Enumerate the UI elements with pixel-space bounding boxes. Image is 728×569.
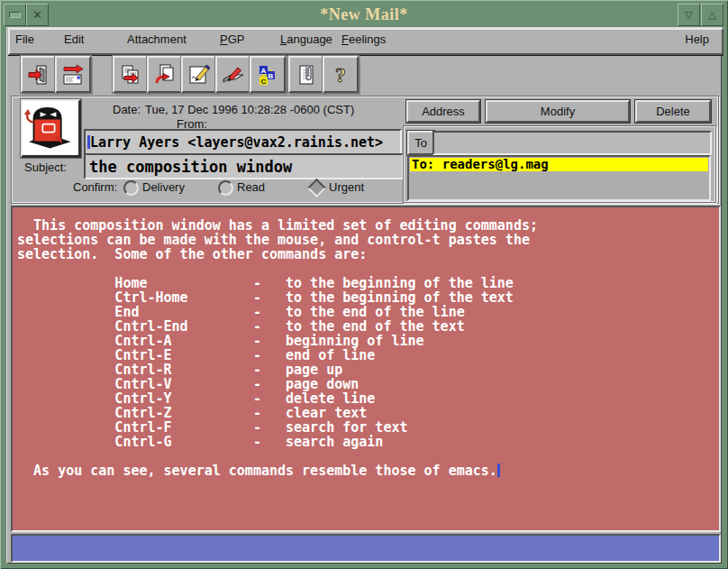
erase-text-button[interactable] [215, 56, 251, 93]
erase-pad-icon [222, 63, 245, 87]
svg-text:C: C [261, 77, 267, 85]
send-envelope-icon: * [61, 63, 85, 87]
exit-button[interactable] [21, 56, 57, 93]
help-button[interactable]: ? [323, 56, 359, 93]
confirm-delivery-radio[interactable] [123, 180, 139, 196]
svg-text:*: * [77, 74, 81, 85]
shade-button[interactable]: ▽ [678, 4, 700, 26]
mailbox-icon [23, 101, 74, 151]
menubar: File Edit Attachment PGP Language Feelin… [8, 28, 723, 55]
svg-text:?: ? [335, 63, 346, 87]
help-question-icon: ? [329, 63, 352, 87]
confirm-label: Confirm: [73, 180, 117, 194]
spell-check-button[interactable]: A B C [250, 56, 286, 93]
maximize-button[interactable]: △ [701, 4, 723, 26]
delete-button[interactable]: Delete [635, 100, 711, 123]
insert-file-button[interactable] [147, 56, 183, 93]
exit-door-icon [27, 63, 50, 87]
menu-edit[interactable]: Edit [64, 30, 84, 50]
date-label: Date: [113, 103, 141, 116]
copy-text-button[interactable] [113, 56, 149, 93]
new-mail-window: ✕ *New Mail* ▽ △ File Edit Attachment PG… [0, 0, 728, 569]
xfmail-mailbox-logo [21, 99, 81, 158]
recipients-frame: To To: readers@lg.mag [403, 125, 716, 203]
to-input[interactable] [432, 131, 712, 155]
confirm-read-radio[interactable] [218, 180, 233, 196]
menu-feelings[interactable]: Feelings [341, 30, 386, 50]
urgent-label: Urgent [329, 180, 364, 194]
titlebar[interactable]: ✕ *New Mail* ▽ △ [2, 2, 726, 26]
body-text-caret [497, 463, 500, 477]
menu-file[interactable]: File [15, 30, 34, 50]
insert-document-icon [153, 63, 177, 87]
send-button[interactable]: * [55, 56, 91, 93]
menu-pgp[interactable]: PGP [220, 30, 244, 50]
from-input[interactable]: Larry Ayers <layers@vax2.rainis.net> [84, 129, 402, 155]
confirm-read-label: Read [237, 180, 265, 194]
edit-message-button[interactable] [181, 56, 217, 93]
maximize-up-icon: △ [708, 10, 715, 20]
spell-abc-icon: A B C [256, 63, 279, 87]
clipboard-icon [295, 63, 318, 87]
message-body-editor[interactable]: This composition window has a limited se… [11, 206, 721, 532]
subject-input[interactable]: the composition window [84, 153, 404, 179]
date-value: Tue, 17 Dec 1996 10:28:28 -0600 (CST) [145, 103, 354, 116]
message-body-text: This composition window has a limited se… [13, 207, 719, 478]
modify-button[interactable]: Modify [486, 100, 630, 123]
urgent-diamond-toggle[interactable] [307, 179, 326, 197]
svg-text:A: A [261, 66, 267, 74]
compose-pen-icon [187, 63, 211, 87]
client-area: File Edit Attachment PGP Language Feelin… [6, 27, 722, 564]
subject-label: Subject: [24, 161, 67, 174]
menu-language[interactable]: Language [280, 30, 332, 50]
menu-help[interactable]: Help [685, 30, 709, 50]
svg-text:B: B [268, 71, 274, 79]
notes-button[interactable] [288, 56, 324, 93]
status-bar [11, 534, 721, 563]
address-button[interactable]: Address [406, 100, 480, 123]
window-title: *New Mail* [2, 5, 726, 24]
copy-documents-icon [119, 63, 142, 87]
menu-attachment[interactable]: Attachment [127, 30, 187, 50]
to-button[interactable]: To [407, 131, 434, 155]
message-header-panel: Date: Tue, 17 Dec 1996 10:28:28 -0600 (C… [11, 96, 719, 204]
recipient-row-selected[interactable]: To: readers@lg.mag [410, 158, 708, 171]
recipient-list[interactable]: To: readers@lg.mag [407, 155, 711, 201]
shade-down-icon: ▽ [685, 10, 692, 20]
confirm-delivery-label: Delivery [142, 180, 185, 194]
